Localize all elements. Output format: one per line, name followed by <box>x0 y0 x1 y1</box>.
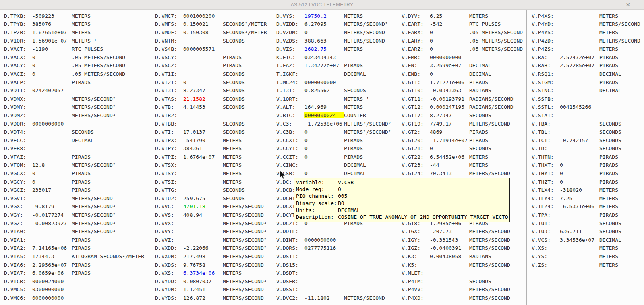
telemetry-row[interactable]: D.VACX:0.05 METERS/SECOND <box>4 53 149 62</box>
telemetry-row[interactable]: V.ENB:0DECIMAL <box>402 70 526 78</box>
telemetry-row[interactable]: V.THTN:PIRADS <box>532 153 641 161</box>
telemetry-row[interactable]: D.VYDS:126.872METERS/SECOND <box>155 294 269 302</box>
telemetry-row[interactable]: V.GT1:1.71271e+06PIRADS <box>402 78 526 87</box>
telemetry-row[interactable]: V.SINC:DECIMAL <box>532 86 641 95</box>
telemetry-row[interactable]: D.VNTM:SECONDS <box>155 37 269 45</box>
telemetry-row[interactable]: D.VT3I:8.27347SECONDS <box>155 86 269 95</box>
telemetry-row[interactable]: V.GT10:-0.0343363RADIANS <box>402 86 526 95</box>
telemetry-row[interactable]: V.P4XS:METERS <box>532 12 641 20</box>
telemetry-row[interactable]: V.K5:METERS/SECOND <box>402 261 526 269</box>
telemetry-row[interactable]: D.VFAZ:PIRADS <box>4 153 149 161</box>
telemetry-row[interactable]: V.DINT:0000000000 <box>276 236 395 244</box>
telemetry-row[interactable]: D.VIA2:7.14165e+06PIRADS <box>4 244 149 253</box>
telemetry-row[interactable]: V.GT11:-0.00193791RADIANS/SECOND <box>402 95 526 103</box>
telemetry-row[interactable]: V.TD:SECONDS <box>532 145 641 153</box>
telemetry-row[interactable]: V.VCS:3.34536e+07DECIMAL <box>532 236 641 244</box>
telemetry-row[interactable]: D.VDMZ:METERS/SECOND² <box>4 111 149 120</box>
telemetry-row[interactable]: D.VIA1:PIRADS <box>4 236 149 244</box>
telemetry-row[interactable]: V.K3:0.00438058RADIANS <box>402 252 526 261</box>
telemetry-row[interactable]: D.VGY:-0.0177274METERS/SECOND² <box>4 211 149 219</box>
telemetry-row[interactable]: V.TLY4:7.25METERS <box>532 194 641 203</box>
telemetry-row[interactable]: D.VT1I:SECONDS <box>155 70 269 78</box>
telemetry-row[interactable]: V.P4ZD:METERS/SECOND <box>532 37 641 45</box>
telemetry-row[interactable]: D.VECC:DECIMAL <box>4 136 149 145</box>
telemetry-row[interactable]: D.VIA7:6.0659e+06PIRADS <box>4 269 149 277</box>
telemetry-row[interactable]: V.DYV:6.25METERS <box>402 12 526 20</box>
close-icon[interactable]: ✕ <box>626 2 630 7</box>
telemetry-row[interactable]: V.GT23:-44METERS <box>402 161 526 170</box>
telemetry-row[interactable]: D.VFOM:12.8METERS/SECOND² <box>4 161 149 170</box>
telemetry-row[interactable]: V.TLX4:-318020METERS <box>532 186 641 194</box>
telemetry-row[interactable]: D.VGCY:0PIRADS <box>4 178 149 186</box>
telemetry-row[interactable]: V.EMR:0000000000 <box>402 53 526 62</box>
telemetry-row[interactable]: V.IGX:-207.73METERS/SECOND <box>402 227 526 236</box>
telemetry-row[interactable]: D.VSCY:PIRADS <box>155 53 269 62</box>
telemetry-row[interactable]: D.VIA5:17344.3KILOGRAM SECONDS²/METER <box>4 252 149 261</box>
telemetry-row[interactable]: V.C3B:0METERS²/SECOND² <box>276 128 395 136</box>
telemetry-row[interactable]: D.VMFS:0.150021SECONDS²/METER <box>155 20 269 29</box>
telemetry-row[interactable]: D.VZS:2682.75METERS <box>276 45 395 53</box>
telemetry-row[interactable]: D.VER8: <box>4 145 149 153</box>
telemetry-row[interactable]: V.MLET: <box>402 269 526 277</box>
telemetry-row[interactable]: V.RAB:2.57285e+07PIRADS <box>532 62 641 70</box>
telemetry-row[interactable]: D.VTU2:259.675SECONDS <box>155 194 269 203</box>
telemetry-row[interactable]: V.CINC:DECIMAL <box>276 161 395 170</box>
telemetry-row[interactable]: D.VZDM:0METERS/SECOND <box>276 28 395 37</box>
telemetry-row[interactable]: V.P4YD:METERS/SECOND <box>532 20 641 29</box>
telemetry-row[interactable]: V.RA:2.57472e+07PIRADS <box>532 53 641 62</box>
telemetry-row[interactable]: T.IGKF:DECIMAL <box>276 70 395 78</box>
telemetry-row[interactable]: D.VGCZ:233017PIRADS <box>4 186 149 194</box>
telemetry-row[interactable]: D.VYS:19750.2METERS <box>276 12 395 20</box>
telemetry-row[interactable]: V.DS11: <box>276 252 395 261</box>
telemetry-row[interactable]: V.GT2:4869PIRADS <box>402 128 526 136</box>
telemetry-row[interactable]: V.P4YS:METERS <box>532 28 641 37</box>
telemetry-row[interactable]: D.VGZ:-0.00823927METERS/SECOND² <box>4 219 149 228</box>
telemetry-row[interactable]: V.YS:METERS <box>532 252 641 261</box>
telemetry-row[interactable]: D.TPYB:385076METERS <box>4 20 149 29</box>
telemetry-row[interactable]: D.VZDS:388.663METERS/SECOND <box>276 37 395 45</box>
telemetry-row[interactable]: V.EARY:0.05 METERS/SECOND <box>402 37 526 45</box>
telemetry-row[interactable]: V.THZT:0PIRADS <box>532 178 641 186</box>
telemetry-row[interactable]: D.VALP:PIRADS <box>4 78 149 87</box>
telemetry-row[interactable]: D.VIA6:2.29563e+07PIRADS <box>4 261 149 269</box>
telemetry-row[interactable]: D.TPZB:1.67651e+07METERS <box>4 28 149 37</box>
telemetry-row[interactable]: V.STAT: <box>532 111 641 120</box>
telemetry-row[interactable]: T.MC24:0000000000 <box>276 78 395 87</box>
telemetry-row[interactable]: V.THXT:0PIRADS <box>532 161 641 170</box>
telemetry-row[interactable]: V.EN:3.2599e+07DECIMAL <box>402 62 526 70</box>
telemetry-row[interactable]: D.VDOR:0000000000 <box>4 120 149 128</box>
telemetry-row[interactable]: D.VYDM:1.12451METERS/SECOND <box>155 286 269 294</box>
telemetry-row[interactable]: D.VACY:0.05 METERS/SECOND <box>4 62 149 70</box>
telemetry-row[interactable]: D.VGX:-9.8179METERS/SECOND² <box>4 203 149 211</box>
telemetry-row[interactable]: V.1ORT:METERS⁻¹ <box>276 95 395 103</box>
telemetry-row[interactable]: D.VSCZ:PIRADS <box>155 62 269 70</box>
telemetry-row[interactable]: V.P4VV:METERS/SECOND <box>402 286 526 294</box>
telemetry-row[interactable]: V.DSST: <box>276 286 395 294</box>
telemetry-row[interactable]: V.GT22:6.54452e+06METERS <box>402 153 526 161</box>
telemetry-row[interactable]: V.TU1:SECONDS <box>532 219 641 228</box>
telemetry-row[interactable]: V.TPA:PIRADS <box>532 211 641 219</box>
telemetry-row[interactable]: V.DS15: <box>276 261 395 269</box>
telemetry-row[interactable]: D.VICR:0000024000 <box>4 277 149 286</box>
telemetry-row[interactable]: V.EARX:0.05 METERS/SECOND <box>402 28 526 37</box>
telemetry-row[interactable]: D.VVY:METERS/SECOND² <box>155 227 269 236</box>
telemetry-row[interactable]: V.C3:-1.72538e+06METERS²/SECOND² <box>276 120 395 128</box>
telemetry-row[interactable]: V.GT20:-1.71914e+07PIRADS <box>402 136 526 145</box>
minimize-icon[interactable]: – <box>608 2 611 7</box>
telemetry-row[interactable]: V.TLZ4:-6.5371e+06METERS <box>532 203 641 211</box>
telemetry-row[interactable]: V.EART:-542RTC PULSES <box>402 20 526 29</box>
telemetry-row[interactable]: V.THYT:0PIRADS <box>532 169 641 178</box>
telemetry-row[interactable]: V.DDTL: <box>276 227 395 236</box>
telemetry-row[interactable]: D.VTSY:METERS <box>155 169 269 178</box>
telemetry-row[interactable]: D.VTPY:384361METERS <box>155 145 269 153</box>
telemetry-row[interactable]: D.VVC:4701.18METERS/SECOND <box>155 203 269 211</box>
telemetry-row[interactable]: D.VTB:4.14453SECONDS <box>155 103 269 112</box>
telemetry-row[interactable]: D.VTSZ:METERS <box>155 178 269 186</box>
telemetry-row[interactable]: V.XS:METERS <box>532 244 641 253</box>
telemetry-row[interactable]: D.V1OR:1.56901e-07METERS⁻¹ <box>4 37 149 45</box>
telemetry-row[interactable]: V.GT17:8.27347SECONDS <box>402 111 526 120</box>
telemetry-row[interactable]: D.VDT4:SECONDS <box>4 128 149 136</box>
telemetry-row[interactable]: V.IGY:-0.331543METERS/SECOND <box>402 236 526 244</box>
telemetry-row[interactable]: D.VTSX:METERS <box>155 161 269 170</box>
telemetry-row[interactable]: V.CCXT:0PIRADS <box>276 136 395 145</box>
